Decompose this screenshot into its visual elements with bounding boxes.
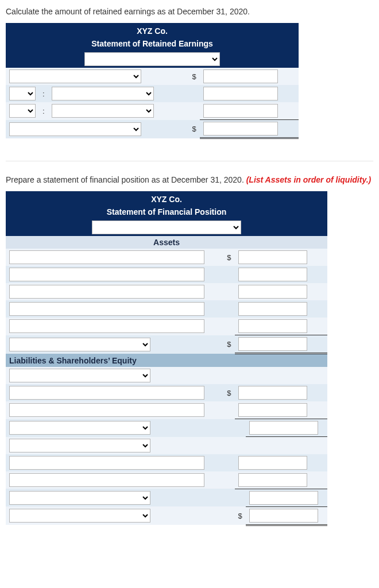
re-row1-label[interactable] (9, 69, 141, 83)
date-select[interactable] (84, 52, 220, 66)
re-row2-amount[interactable] (203, 87, 278, 100)
company-name: XYZ Co. (6, 191, 327, 206)
financial-position-table: XYZ Co. Statement of Financial Position … (6, 191, 327, 526)
liabilities-equity-header: Liabilities & Shareholders’ Equity (6, 354, 327, 368)
se-row-label[interactable] (9, 456, 204, 470)
asset-row-amount[interactable] (238, 302, 307, 316)
total-liabilities-label[interactable] (9, 421, 150, 435)
asset-row-amount[interactable] (238, 319, 307, 333)
instruction-financial-position: Prepare a statement of financial positio… (6, 175, 373, 184)
total-le-amount[interactable] (249, 509, 318, 523)
instruction-retained-earnings: Calculate the amount of retained earning… (6, 7, 373, 16)
asset-row-label[interactable] (9, 302, 204, 316)
se-row-amount[interactable] (238, 456, 307, 470)
liab-row-amount[interactable] (238, 386, 307, 400)
asset-row-label[interactable] (9, 285, 204, 299)
asset-row-label[interactable] (9, 319, 204, 333)
re-row4-amount[interactable] (203, 122, 278, 136)
assets-total-label[interactable] (9, 338, 150, 351)
statement-title: Statement of Financial Position (6, 206, 327, 219)
dollar-sign: $ (189, 68, 200, 85)
liabilities-label[interactable] (9, 369, 150, 382)
retained-earnings-table: XYZ Co. Statement of Retained Earnings $… (6, 23, 299, 139)
re-row2-sign[interactable] (9, 87, 36, 100)
statement-title: Statement of Retained Earnings (6, 37, 299, 51)
dollar-sign: $ (235, 506, 246, 525)
dollar-sign: $ (189, 120, 200, 138)
company-name: XYZ Co. (6, 23, 299, 37)
re-row1-amount[interactable] (203, 69, 278, 83)
liab-row-label[interactable] (9, 403, 204, 417)
total-le-label[interactable] (9, 509, 150, 523)
dollar-sign: $ (223, 384, 234, 401)
dollar-sign: $ (223, 335, 234, 354)
asset-row-amount[interactable] (238, 250, 307, 264)
date-select[interactable] (92, 220, 241, 234)
asset-row-amount[interactable] (238, 285, 307, 299)
asset-row-amount[interactable] (238, 268, 307, 281)
total-liabilities-amount[interactable] (249, 421, 318, 435)
re-row4-label[interactable] (9, 122, 141, 136)
re-row3-amount[interactable] (203, 104, 278, 118)
liab-row-label[interactable] (9, 386, 204, 400)
se-row-amount[interactable] (238, 473, 307, 487)
asset-row-label[interactable] (9, 268, 204, 281)
re-row3-sign[interactable] (9, 104, 36, 118)
asset-row-label[interactable] (9, 250, 204, 264)
owners-equity-label[interactable] (9, 439, 150, 452)
se-subtotal-amount[interactable] (249, 491, 318, 505)
liab-row-amount[interactable] (238, 403, 307, 417)
assets-header: Assets (6, 236, 327, 249)
dollar-sign: $ (223, 249, 234, 266)
colon: : (39, 102, 48, 120)
re-row3-label[interactable] (52, 104, 154, 118)
colon: : (39, 85, 48, 102)
assets-total-amount[interactable] (238, 337, 307, 351)
se-row-label[interactable] (9, 473, 204, 487)
re-row2-label[interactable] (52, 87, 154, 100)
se-subtotal-label[interactable] (9, 491, 150, 505)
